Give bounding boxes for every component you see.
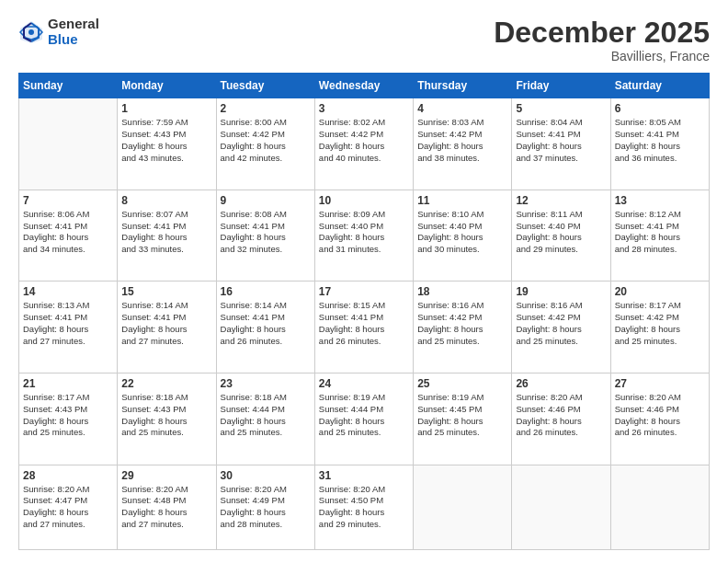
logo-text: General Blue [48,17,99,47]
logo: General Blue [18,17,99,47]
week-row-2: 7Sunrise: 8:06 AMSunset: 4:41 PMDaylight… [19,190,710,282]
day-cell: 31Sunrise: 8:20 AMSunset: 4:50 PMDayligh… [314,465,413,549]
day-number: 22 [121,377,211,390]
day-info: Sunrise: 8:20 AMSunset: 4:46 PMDaylight:… [516,392,606,439]
day-info: Sunrise: 8:20 AMSunset: 4:49 PMDaylight:… [221,484,311,531]
day-number: 1 [121,102,211,115]
day-cell [19,98,118,190]
day-info: Sunrise: 8:14 AMSunset: 4:41 PMDaylight:… [221,300,311,347]
day-info: Sunrise: 8:13 AMSunset: 4:41 PMDaylight:… [23,300,113,347]
day-cell: 2Sunrise: 8:00 AMSunset: 4:42 PMDaylight… [216,98,314,190]
day-number: 19 [516,285,606,298]
day-number: 5 [516,102,606,115]
day-number: 17 [319,285,409,298]
logo-blue: Blue [48,32,99,48]
day-cell: 26Sunrise: 8:20 AMSunset: 4:46 PMDayligh… [512,373,610,465]
day-info: Sunrise: 8:00 AMSunset: 4:42 PMDaylight:… [221,117,311,164]
day-number: 18 [417,285,507,298]
week-row-1: 1Sunrise: 7:59 AMSunset: 4:43 PMDaylight… [19,98,710,190]
week-row-5: 28Sunrise: 8:20 AMSunset: 4:47 PMDayligh… [19,465,710,549]
day-number: 2 [221,102,311,115]
day-cell: 27Sunrise: 8:20 AMSunset: 4:46 PMDayligh… [610,373,709,465]
day-info: Sunrise: 8:20 AMSunset: 4:46 PMDaylight:… [615,392,705,439]
svg-point-1 [28,29,34,35]
day-cell: 21Sunrise: 8:17 AMSunset: 4:43 PMDayligh… [19,373,118,465]
day-cell: 20Sunrise: 8:17 AMSunset: 4:42 PMDayligh… [610,282,709,373]
day-info: Sunrise: 8:19 AMSunset: 4:44 PMDaylight:… [319,392,409,439]
location: Bavilliers, France [494,49,710,63]
day-info: Sunrise: 8:18 AMSunset: 4:43 PMDaylight:… [121,392,211,439]
logo-icon [18,19,44,45]
day-number: 3 [319,102,409,115]
day-number: 14 [23,285,113,298]
day-number: 26 [516,377,606,390]
calendar-page: General Blue December 2025 Bavilliers, F… [0,0,728,563]
day-cell: 12Sunrise: 8:11 AMSunset: 4:40 PMDayligh… [512,190,610,282]
day-number: 29 [121,469,211,482]
day-info: Sunrise: 8:03 AMSunset: 4:42 PMDaylight:… [417,117,507,164]
day-cell: 5Sunrise: 8:04 AMSunset: 4:41 PMDaylight… [512,98,610,190]
day-number: 13 [615,194,705,207]
day-info: Sunrise: 8:20 AMSunset: 4:47 PMDaylight:… [23,484,113,531]
day-cell: 24Sunrise: 8:19 AMSunset: 4:44 PMDayligh… [314,373,413,465]
day-cell: 15Sunrise: 8:14 AMSunset: 4:41 PMDayligh… [118,282,216,373]
day-cell: 3Sunrise: 8:02 AMSunset: 4:42 PMDaylight… [314,98,413,190]
day-number: 27 [615,377,705,390]
day-info: Sunrise: 8:15 AMSunset: 4:41 PMDaylight:… [319,300,409,347]
day-cell: 16Sunrise: 8:14 AMSunset: 4:41 PMDayligh… [216,282,314,373]
day-cell: 14Sunrise: 8:13 AMSunset: 4:41 PMDayligh… [19,282,118,373]
header-sunday: Sunday [19,74,118,98]
day-info: Sunrise: 8:16 AMSunset: 4:42 PMDaylight:… [516,300,606,347]
day-cell: 30Sunrise: 8:20 AMSunset: 4:49 PMDayligh… [216,465,314,549]
week-row-3: 14Sunrise: 8:13 AMSunset: 4:41 PMDayligh… [19,282,710,373]
day-number: 24 [319,377,409,390]
header-saturday: Saturday [610,74,709,98]
day-info: Sunrise: 8:08 AMSunset: 4:41 PMDaylight:… [221,209,311,256]
day-number: 30 [221,469,311,482]
day-cell: 4Sunrise: 8:03 AMSunset: 4:42 PMDaylight… [414,98,512,190]
day-cell: 22Sunrise: 8:18 AMSunset: 4:43 PMDayligh… [118,373,216,465]
weekday-header-row: Sunday Monday Tuesday Wednesday Thursday… [19,74,710,98]
day-number: 16 [221,285,311,298]
day-info: Sunrise: 7:59 AMSunset: 4:43 PMDaylight:… [121,117,211,164]
day-info: Sunrise: 8:07 AMSunset: 4:41 PMDaylight:… [121,209,211,256]
day-number: 28 [23,469,113,482]
header-thursday: Thursday [414,74,512,98]
day-cell: 17Sunrise: 8:15 AMSunset: 4:41 PMDayligh… [314,282,413,373]
day-cell: 28Sunrise: 8:20 AMSunset: 4:47 PMDayligh… [19,465,118,549]
day-cell: 13Sunrise: 8:12 AMSunset: 4:41 PMDayligh… [610,190,709,282]
day-cell [414,465,512,549]
day-info: Sunrise: 8:12 AMSunset: 4:41 PMDaylight:… [615,209,705,256]
day-number: 20 [615,285,705,298]
day-info: Sunrise: 8:05 AMSunset: 4:41 PMDaylight:… [615,117,705,164]
day-info: Sunrise: 8:09 AMSunset: 4:40 PMDaylight:… [319,209,409,256]
day-number: 7 [23,194,113,207]
day-cell: 7Sunrise: 8:06 AMSunset: 4:41 PMDaylight… [19,190,118,282]
day-info: Sunrise: 8:06 AMSunset: 4:41 PMDaylight:… [23,209,113,256]
day-info: Sunrise: 8:18 AMSunset: 4:44 PMDaylight:… [221,392,311,439]
day-cell: 18Sunrise: 8:16 AMSunset: 4:42 PMDayligh… [414,282,512,373]
day-cell: 8Sunrise: 8:07 AMSunset: 4:41 PMDaylight… [118,190,216,282]
day-cell: 9Sunrise: 8:08 AMSunset: 4:41 PMDaylight… [216,190,314,282]
day-number: 31 [319,469,409,482]
day-info: Sunrise: 8:17 AMSunset: 4:43 PMDaylight:… [23,392,113,439]
day-cell: 10Sunrise: 8:09 AMSunset: 4:40 PMDayligh… [314,190,413,282]
day-info: Sunrise: 8:14 AMSunset: 4:41 PMDaylight:… [121,300,211,347]
day-info: Sunrise: 8:02 AMSunset: 4:42 PMDaylight:… [319,117,409,164]
day-number: 15 [121,285,211,298]
day-cell [610,465,709,549]
day-info: Sunrise: 8:10 AMSunset: 4:40 PMDaylight:… [417,209,507,256]
day-cell: 1Sunrise: 7:59 AMSunset: 4:43 PMDaylight… [118,98,216,190]
day-info: Sunrise: 8:11 AMSunset: 4:40 PMDaylight:… [516,209,606,256]
day-number: 4 [417,102,507,115]
day-cell: 29Sunrise: 8:20 AMSunset: 4:48 PMDayligh… [118,465,216,549]
header-friday: Friday [512,74,610,98]
day-cell: 6Sunrise: 8:05 AMSunset: 4:41 PMDaylight… [610,98,709,190]
day-info: Sunrise: 8:19 AMSunset: 4:45 PMDaylight:… [417,392,507,439]
day-number: 9 [221,194,311,207]
header-wednesday: Wednesday [314,74,413,98]
day-number: 8 [121,194,211,207]
day-cell: 11Sunrise: 8:10 AMSunset: 4:40 PMDayligh… [414,190,512,282]
day-cell [512,465,610,549]
calendar-table: Sunday Monday Tuesday Wednesday Thursday… [18,73,710,550]
